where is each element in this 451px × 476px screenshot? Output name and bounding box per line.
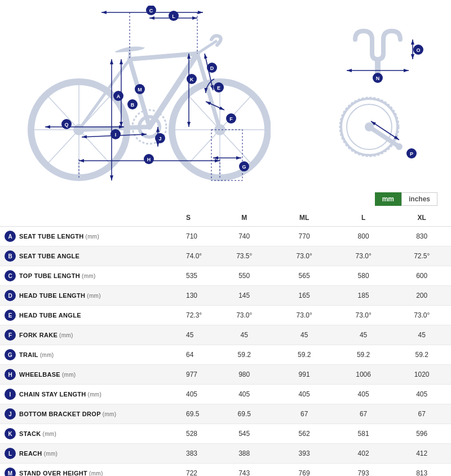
row-value-cell: 740 (214, 227, 274, 246)
row-value-cell: 405 (274, 385, 334, 404)
table-row: G TRAIL(mm) 6459.259.259.259.2 (0, 345, 451, 365)
table-row: C TOP TUBE LENGTH(mm) 535550565580600 (0, 266, 451, 286)
row-unit: (mm) (40, 352, 54, 358)
row-value-cell: 743 (214, 464, 274, 477)
row-value-cell: 73.0° (274, 306, 334, 325)
row-value-cell: 550 (214, 266, 274, 286)
row-value-cell: 130 (180, 286, 214, 306)
svg-line-23 (220, 130, 254, 166)
row-badge: G (5, 349, 16, 360)
row-value-cell: 405 (214, 385, 274, 404)
row-unit: (mm) (88, 391, 102, 398)
svg-point-90 (365, 122, 374, 131)
svg-text:N: N (376, 76, 380, 81)
unit-toggle-section: mm inches (0, 189, 451, 209)
table-row: M STAND OVER HEIGHT(mm) 722743769793813 (0, 464, 451, 477)
row-label-cell: J BOTTOM BRACKET DROP(mm) (0, 404, 180, 424)
col-header-m: M (214, 209, 274, 227)
row-badge: I (5, 389, 16, 400)
row-value-cell: 73.0° (392, 306, 451, 325)
row-badge: B (5, 250, 16, 262)
row-value-cell: 769 (274, 464, 334, 477)
row-value-cell: 383 (180, 444, 214, 464)
row-value-cell: 580 (334, 266, 393, 286)
row-value-cell: 813 (392, 464, 451, 477)
row-unit: (mm) (89, 470, 103, 476)
row-value-cell: 402 (334, 444, 393, 464)
table-row: E HEAD TUBE ANGLE 72.3°73.0°73.0°73.0°73… (0, 306, 451, 325)
row-value-cell: 45 (334, 325, 393, 345)
row-value-cell: 770 (274, 227, 334, 246)
row-value-cell: 565 (274, 266, 334, 286)
row-value-cell: 581 (334, 424, 393, 444)
row-value-cell: 73.0° (334, 246, 393, 266)
row-value-cell: 980 (214, 365, 274, 385)
side-diagrams: N O P (316, 6, 440, 164)
row-name: HEAD TUBE LENGTH(mm) (19, 292, 101, 299)
row-value-cell: 393 (274, 444, 334, 464)
svg-text:E: E (217, 85, 220, 91)
row-unit: (mm) (82, 273, 96, 279)
svg-text:G: G (242, 164, 246, 170)
svg-text:B: B (131, 102, 135, 108)
row-value-cell: 1006 (334, 365, 393, 385)
svg-text:F: F (229, 116, 233, 122)
svg-text:H: H (147, 157, 151, 162)
row-value-cell: 59.2 (214, 345, 274, 365)
svg-text:M: M (138, 87, 142, 92)
row-value-cell: 45 (274, 325, 334, 345)
svg-text:A: A (117, 94, 121, 99)
row-name: CHAIN STAY LENGTH(mm) (19, 391, 101, 398)
row-unit: (mm) (43, 431, 57, 437)
row-value-cell: 722 (180, 464, 214, 477)
inches-button[interactable]: inches (401, 192, 437, 206)
svg-text:L: L (172, 14, 175, 19)
row-badge: F (5, 329, 16, 341)
row-value-cell: 165 (274, 286, 334, 306)
row-value-cell: 185 (334, 286, 393, 306)
mm-button[interactable]: mm (375, 192, 401, 206)
row-value-cell: 69.5 (214, 404, 274, 424)
row-name: SEAT TUBE ANGLE (19, 253, 81, 259)
row-value-cell: 545 (214, 424, 274, 444)
row-label-cell: C TOP TUBE LENGTH(mm) (0, 266, 180, 286)
row-value-cell: 74.0° (180, 246, 214, 266)
row-value-cell: 710 (180, 227, 214, 246)
row-value-cell: 59.2 (334, 345, 393, 365)
row-value-cell: 535 (180, 266, 214, 286)
row-label-cell: I CHAIN STAY LENGTH(mm) (0, 385, 180, 404)
row-value-cell: 45 (214, 325, 274, 345)
row-value-cell: 405 (334, 385, 393, 404)
row-name: FORK RAKE(mm) (19, 332, 73, 338)
row-label-cell: L REACH(mm) (0, 444, 180, 464)
row-value-cell: 793 (334, 464, 393, 477)
svg-text:Q: Q (64, 122, 68, 127)
row-value-cell: 412 (392, 444, 451, 464)
col-header-l: L (334, 209, 393, 227)
row-value-cell: 405 (392, 385, 451, 404)
row-value-cell: 830 (392, 227, 451, 246)
row-value-cell: 45 (180, 325, 214, 345)
col-header-xl: XL (392, 209, 451, 227)
svg-text:I: I (115, 132, 117, 138)
row-name: HEAD TUBE ANGLE (19, 312, 83, 319)
svg-line-12 (45, 130, 79, 166)
row-value-cell: 1020 (392, 365, 451, 385)
table-row: J BOTTOM BRACKET DROP(mm) 69.569.5676767 (0, 404, 451, 424)
row-value-cell: 991 (274, 365, 334, 385)
row-unit: (mm) (59, 332, 73, 338)
col-header-name (0, 209, 180, 227)
row-unit: (mm) (62, 372, 76, 378)
table-row: H WHEELBASE(mm) 97798099110061020 (0, 365, 451, 385)
row-badge: K (5, 428, 16, 439)
row-value-cell: 69.5 (180, 404, 214, 424)
row-value-cell: 72.3° (180, 306, 214, 325)
row-label-cell: K STACK(mm) (0, 424, 180, 444)
row-value-cell: 59.2 (392, 345, 451, 365)
row-badge: A (5, 231, 16, 242)
row-label-cell: H WHEELBASE(mm) (0, 365, 180, 385)
diagram-section: A B C L D E F G H I (0, 0, 451, 189)
row-value-cell: 67 (334, 404, 393, 424)
row-value-cell: 405 (180, 385, 214, 404)
row-name: STACK(mm) (19, 430, 56, 437)
